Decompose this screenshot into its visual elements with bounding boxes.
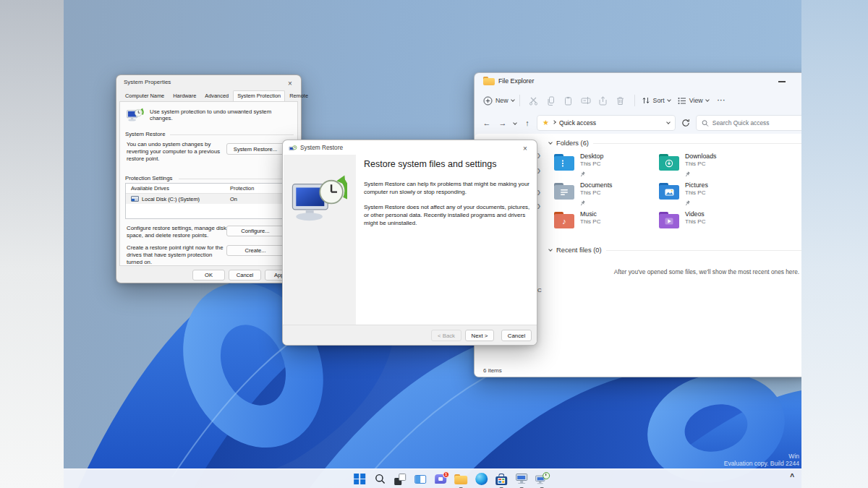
sp-group-label-system-restore: System Restore — [125, 131, 165, 137]
drive-name: Local Disk (C:) (System) — [142, 196, 200, 202]
up-icon[interactable]: ↑ — [521, 119, 534, 127]
breadcrumb[interactable]: Quick access — [559, 119, 663, 127]
folder-name: Pictures — [685, 181, 708, 189]
tab-hardware[interactable]: Hardware — [169, 90, 200, 102]
videos-folder-icon — [659, 212, 679, 228]
sp-restore-description: You can undo system changes by reverting… — [127, 141, 224, 163]
paste-icon[interactable] — [560, 93, 577, 108]
protection-drives-table[interactable]: Available Drives Protection Local Disk (… — [125, 183, 294, 219]
folder-location: This PC — [685, 160, 717, 167]
new-label: New — [495, 97, 509, 104]
chevron-down-icon — [511, 98, 515, 102]
delete-icon[interactable] — [612, 93, 629, 108]
next-button[interactable]: Next > — [465, 330, 494, 341]
task-view-icon[interactable] — [392, 471, 408, 487]
taskbar: 1 ^ — [64, 468, 801, 488]
sort-icon — [642, 96, 650, 105]
back-icon[interactable]: ← — [480, 119, 493, 127]
recent-locations-icon[interactable] — [513, 121, 517, 125]
screenshot-frame: Win Evaluation copy. Build 2244 System P… — [0, 0, 868, 488]
folder-tile-desktop[interactable]: DesktopThis PC — [554, 153, 659, 181]
edge-icon[interactable] — [473, 471, 489, 487]
copy-icon[interactable] — [542, 93, 560, 108]
new-button[interactable]: New — [483, 96, 514, 106]
taskbar-icon-group: 1 — [349, 469, 552, 488]
tab-computer-name[interactable]: Computer Name — [121, 90, 169, 102]
pin-icon — [681, 197, 694, 210]
tab-advanced[interactable]: Advanced — [200, 90, 233, 102]
search-input[interactable] — [712, 119, 801, 127]
sp-create-text: Create a restore point right now for the… — [127, 244, 226, 266]
chevron-down-icon[interactable] — [666, 120, 671, 124]
store-icon[interactable] — [493, 471, 509, 487]
folders-section-label: Folders (6) — [556, 140, 589, 147]
window-title: File Explorer — [498, 77, 534, 85]
wizard-paragraph-1: System Restore can help fix problems tha… — [364, 181, 533, 197]
start-icon[interactable] — [352, 471, 367, 487]
nav-item-fragment: C — [537, 287, 542, 294]
sp-intro-text: Use system protection to undo unwanted s… — [150, 108, 292, 121]
cut-icon[interactable] — [525, 93, 542, 108]
file-explorer-icon[interactable] — [453, 471, 469, 487]
wizard-sidebar-art — [284, 155, 356, 325]
notification-badge: 1 — [443, 471, 449, 478]
folders-section-header[interactable]: Folders (6) — [549, 140, 801, 147]
table-row[interactable]: Local Disk (C:) (System) On — [126, 194, 293, 204]
widgets-icon[interactable] — [412, 471, 428, 487]
ok-button[interactable]: OK — [192, 270, 225, 281]
chevron-right-icon — [552, 120, 556, 124]
back-button[interactable]: < Back — [431, 330, 461, 341]
address-box[interactable]: ★ Quick access — [537, 115, 676, 131]
system-restore-button[interactable]: System Restore... — [226, 143, 284, 155]
file-explorer-toolbar: New — [475, 89, 801, 112]
folder-icon — [483, 77, 495, 85]
divider — [170, 134, 294, 135]
folder-name: Videos — [685, 210, 705, 218]
folder-location: This PC — [580, 160, 603, 167]
pictures-folder-icon — [659, 183, 679, 200]
chevron-down-icon — [705, 98, 710, 102]
see-more-button[interactable]: ··· — [718, 97, 726, 104]
pin-icon — [681, 168, 694, 181]
sort-button[interactable]: Sort — [642, 96, 671, 105]
folder-location: This PC — [580, 218, 600, 225]
system-properties-icon[interactable] — [514, 471, 529, 487]
create-button[interactable]: Create... — [226, 245, 284, 256]
folder-tile-documents[interactable]: DocumentsThis PC — [554, 181, 659, 210]
file-explorer-titlebar[interactable]: File Explorer — [475, 73, 801, 89]
tab-system-protection[interactable]: System Protection — [233, 90, 285, 102]
view-button[interactable]: View — [678, 97, 709, 105]
refresh-icon[interactable] — [678, 119, 693, 127]
wizard-heading: Restore system files and settings — [364, 159, 496, 169]
folder-tile-music[interactable]: ♪MusicThis PC — [554, 210, 659, 239]
close-icon[interactable]: × — [520, 143, 530, 153]
minimize-button[interactable] — [778, 81, 786, 82]
wizard-footer: < Back Next > Cancel — [283, 325, 537, 345]
documents-folder-icon — [554, 183, 574, 200]
folder-name: Documents — [580, 181, 613, 189]
folders-grid: DesktopThis PCDownloadsThis PCDocumentsT… — [554, 153, 764, 239]
system-restore-icon[interactable] — [534, 471, 550, 487]
tab-remote[interactable]: Remote — [285, 90, 312, 102]
system-properties-window: System Properties × Computer NameHardwar… — [116, 74, 302, 283]
cancel-button[interactable]: Cancel — [229, 270, 261, 281]
recent-files-section-header[interactable]: Recent files (0) — [549, 247, 801, 254]
folder-tile-pictures[interactable]: PicturesThis PC — [659, 181, 764, 210]
tray-chevron-icon[interactable]: ^ — [790, 473, 794, 481]
folder-location: This PC — [580, 189, 613, 196]
share-icon[interactable] — [595, 93, 612, 108]
sort-label: Sort — [653, 97, 665, 104]
search-icon[interactable] — [372, 471, 388, 487]
chevron-down-icon — [548, 247, 553, 252]
search-box[interactable] — [696, 115, 801, 131]
close-icon[interactable]: × — [285, 78, 295, 88]
configure-button[interactable]: Configure... — [226, 226, 284, 236]
chevron-down-icon — [667, 98, 671, 102]
folder-tile-downloads[interactable]: DownloadsThis PC — [659, 153, 764, 181]
wizard-cancel-button[interactable]: Cancel — [501, 330, 532, 341]
chat-icon[interactable]: 1 — [433, 471, 448, 487]
forward-icon[interactable]: → — [496, 119, 509, 127]
folder-tile-videos[interactable]: VideosThis PC — [659, 210, 764, 239]
rename-icon[interactable] — [577, 93, 595, 108]
recent-files-section-label: Recent files (0) — [556, 247, 602, 254]
